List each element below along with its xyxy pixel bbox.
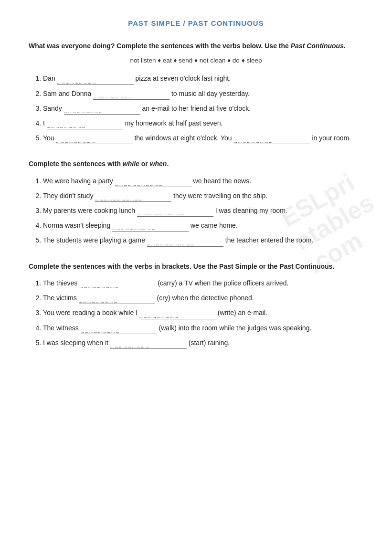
list-item: You were reading a book while I ……………………… <box>43 307 363 319</box>
list-item: My parents were cooking lunch …………………………… <box>43 205 363 217</box>
fill-blank: …………………………… <box>95 194 171 202</box>
section-2: Complete the sentences with while or whe… <box>29 158 363 246</box>
fill-blank: …………………………… <box>137 209 213 217</box>
item-verb: (cry) when the detective phoned. <box>157 294 254 302</box>
fill-blank: ……………………… <box>81 326 157 334</box>
item-before: My parents were cooking lunch <box>43 207 137 214</box>
section3-list: The thieves ……………………… (carry) a TV when … <box>43 277 363 349</box>
item-after: an e-mail to her friend at five o'clock. <box>142 105 251 112</box>
item-before: I was sleeping when it <box>43 339 110 347</box>
fill-blank-2: ……………………… <box>234 137 310 144</box>
list-item: I was sleeping when it ……………………… (start)… <box>43 337 363 349</box>
list-item: You ……………………… the windows at eight o'clo… <box>43 132 363 144</box>
fill-blank: ……………………… <box>79 282 156 289</box>
item-before: They didn't study <box>43 192 95 200</box>
fill-blank: ……………………… <box>56 137 133 144</box>
item-verb: (carry) a TV when the police officers ar… <box>158 279 288 287</box>
section-3: Complete the sentences with the verbs in… <box>29 261 363 349</box>
section1-list: Dan ……………………… pizza at seven o'clock las… <box>43 73 363 144</box>
section1-instruction: What was everyone doing? Complete the se… <box>29 41 363 51</box>
fill-blank: ……………………… <box>64 107 140 115</box>
list-item: The witness ……………………… (walk) into the ro… <box>43 322 363 334</box>
item-before: You <box>43 134 56 142</box>
item-verb: (walk) into the room while the judges wa… <box>159 324 311 332</box>
list-item: Norma wasn't sleeping ………………………… we came… <box>43 220 363 232</box>
fill-blank: ……………………… <box>139 312 216 319</box>
list-item: The thieves ……………………… (carry) a TV when … <box>43 277 363 289</box>
fill-blank: …………………………… <box>147 239 223 247</box>
item-before: The students were playing a game <box>43 236 145 244</box>
item-before: Sandy <box>43 105 64 112</box>
item-verb: (write) an e-mail. <box>218 309 267 316</box>
fill-blank: ……………………… <box>47 122 123 129</box>
item-after: we heard the news. <box>193 177 251 185</box>
section-1: What was everyone doing? Complete the se… <box>29 41 363 144</box>
item-after: we came home. <box>191 221 238 229</box>
section3-instruction: Complete the sentences with the verbs in… <box>29 261 363 272</box>
page-title: PAST SIMPLE / PAST CONTINUOUS <box>29 19 363 27</box>
item-after: I was cleaning my room. <box>215 207 287 214</box>
section2-instruction: Complete the sentences with while or whe… <box>29 158 363 169</box>
item-before: You were reading a book while I <box>43 309 139 316</box>
list-item: They didn't study …………………………… they were … <box>43 190 363 202</box>
item-after: in your room. <box>312 134 351 142</box>
list-item: Sam and Donna ……………………… to music all day… <box>43 88 363 100</box>
item-before: Norma wasn't sleeping <box>43 221 112 229</box>
fill-blank: ……………………… <box>79 296 155 304</box>
list-item: Dan ……………………… pizza at seven o'clock las… <box>43 73 363 84</box>
item-before: The victims <box>43 294 79 302</box>
fill-blank: ……………………… <box>93 92 170 100</box>
item-middle: the windows at eight o'clock. You <box>134 134 233 142</box>
item-after: they were travelling on the ship. <box>173 192 267 200</box>
list-item: Sandy ……………………… an e-mail to her friend … <box>43 103 363 115</box>
list-item: The students were playing a game …………………… <box>43 234 363 246</box>
item-after: my homework at half past seven. <box>125 119 223 127</box>
fill-blank: ………………………… <box>112 224 189 232</box>
item-after: the teacher entered the room. <box>225 236 313 244</box>
fill-blank: …………………………… <box>115 179 191 187</box>
item-before: Sam and Donna <box>43 90 93 97</box>
word-bank: not listen ♦ eat ♦ send ♦ not clean ♦ do… <box>29 57 363 64</box>
item-before: We were having a party <box>43 177 115 185</box>
item-before: I <box>43 119 47 127</box>
item-before: The thieves <box>43 279 79 287</box>
item-after: to music all day yesterday. <box>171 90 250 97</box>
list-item: We were having a party …………………………… we he… <box>43 175 363 187</box>
item-after: pizza at seven o'clock last night. <box>135 74 231 82</box>
list-item: I ……………………… my homework at half past sev… <box>43 117 363 129</box>
fill-blank: ……………………… <box>110 341 187 349</box>
list-item: The victims ……………………… (cry) when the det… <box>43 292 363 304</box>
fill-blank: ……………………… <box>57 77 134 85</box>
section2-list: We were having a party …………………………… we he… <box>43 175 363 247</box>
item-before: Dan <box>43 74 57 82</box>
item-before: The witness <box>43 324 81 332</box>
item-verb: (start) raining. <box>189 339 230 347</box>
